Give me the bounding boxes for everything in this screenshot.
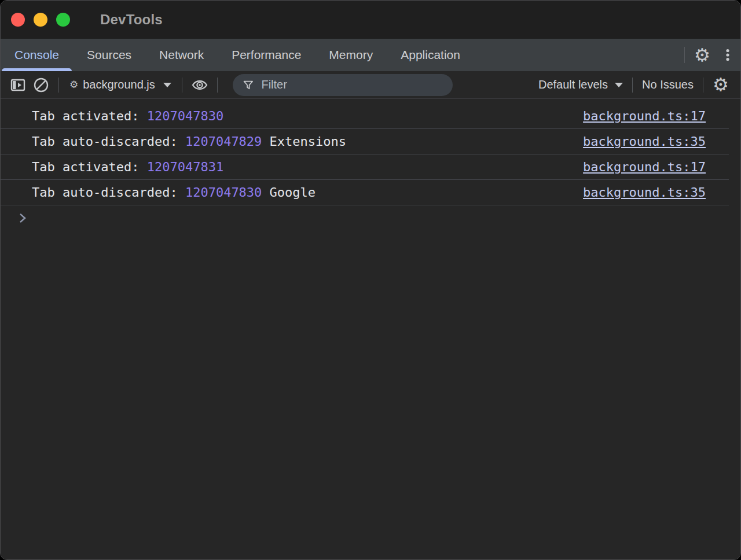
live-expression-button[interactable] [188, 73, 211, 97]
toolbar-divider [217, 78, 218, 93]
chevron-down-icon [615, 83, 623, 87]
filter-input[interactable] [261, 78, 443, 91]
execution-context-selector[interactable]: ⚙ background.js [65, 78, 176, 91]
titlebar: DevTools [1, 1, 740, 39]
tab-performance[interactable]: Performance [218, 39, 315, 71]
tabstrip-divider [684, 47, 685, 63]
console-settings-button[interactable]: ⚙ [709, 73, 732, 97]
toolbar-divider [58, 78, 59, 93]
console-message: Tab auto-discarded: 1207047830 Google ba… [1, 180, 729, 205]
console-message-text: Tab activated: 1207047831 [32, 160, 223, 174]
filter-box[interactable] [233, 74, 453, 96]
console-message-number: 1207047829 [185, 134, 262, 149]
zoom-button[interactable] [56, 13, 70, 27]
console-message: Tab activated: 1207047830 background.ts:… [1, 104, 729, 129]
toolbar-divider [632, 78, 633, 93]
devtools-window: DevTools Console Sources Network Perform… [0, 0, 741, 560]
console-message: Tab activated: 1207047831 background.ts:… [1, 154, 729, 180]
close-button[interactable] [11, 13, 25, 27]
eye-icon [190, 76, 209, 94]
console-prompt-chevron-icon [16, 211, 30, 225]
tab-memory[interactable]: Memory [315, 39, 387, 71]
traffic-lights [11, 13, 70, 27]
devtools-menu-button[interactable] [715, 42, 740, 68]
console-output: Tab activated: 1207047830 background.ts:… [1, 99, 740, 559]
toggle-sidebar-icon [9, 76, 27, 94]
toggle-sidebar-button[interactable] [6, 73, 30, 97]
minimize-button[interactable] [34, 13, 47, 27]
toolbar-divider [703, 78, 703, 93]
clear-console-icon [32, 76, 50, 94]
tab-console[interactable]: Console [1, 39, 73, 71]
clear-console-button[interactable] [30, 73, 53, 97]
console-message-text: Tab auto-discarded: 1207047829 Extension… [32, 134, 346, 149]
active-tab-indicator [2, 68, 72, 71]
chevron-down-icon [163, 83, 171, 87]
tab-network[interactable]: Network [145, 39, 218, 71]
kebab-menu-icon [720, 47, 735, 62]
tab-sources[interactable]: Sources [73, 39, 145, 71]
devtools-settings-button[interactable]: ⚙ [689, 42, 715, 68]
log-levels-dropdown[interactable]: Default levels [535, 78, 626, 91]
console-toolbar: ⚙ background.js Default levels No Issues [1, 71, 740, 99]
funnel-icon [242, 78, 255, 92]
issues-counter[interactable]: No Issues [639, 78, 697, 91]
toolbar-divider [182, 78, 182, 93]
source-link[interactable]: background.ts:35 [583, 185, 706, 200]
source-link[interactable]: background.ts:17 [583, 109, 706, 123]
source-link[interactable]: background.ts:35 [583, 134, 706, 149]
settings-gear-icon: ⚙ [694, 46, 710, 64]
console-prompt[interactable] [1, 205, 740, 231]
log-levels-label: Default levels [538, 78, 608, 91]
console-message-text: Tab auto-discarded: 1207047830 Google [32, 185, 316, 200]
console-message-number: 1207047830 [147, 109, 223, 123]
tab-application[interactable]: Application [387, 39, 474, 71]
console-message-number: 1207047831 [147, 160, 223, 174]
source-link[interactable]: background.ts:17 [583, 160, 706, 174]
extension-context-gear-icon: ⚙ [69, 80, 78, 90]
console-message-text: Tab activated: 1207047830 [32, 109, 223, 123]
console-message: Tab auto-discarded: 1207047829 Extension… [1, 129, 729, 154]
console-message-number: 1207047830 [185, 185, 262, 200]
execution-context-label: background.js [83, 78, 155, 91]
window-title: DevTools [100, 12, 163, 28]
devtools-tabstrip: Console Sources Network Performance Memo… [1, 39, 740, 71]
settings-gear-icon: ⚙ [713, 76, 729, 94]
